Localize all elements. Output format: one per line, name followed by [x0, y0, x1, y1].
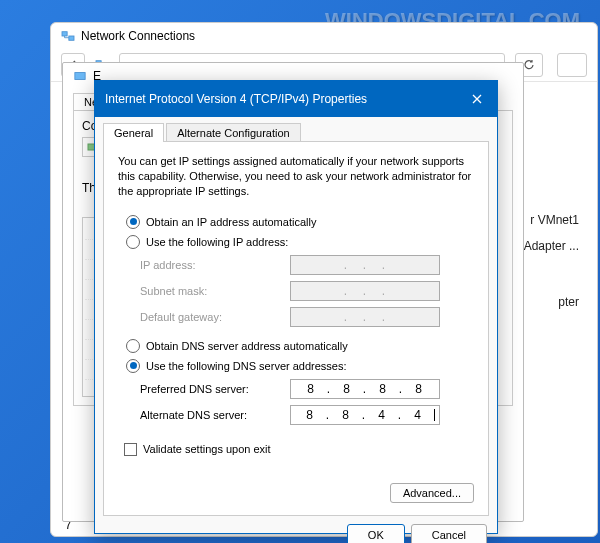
ipv4-properties-dialog: Internet Protocol Version 4 (TCP/IPv4) P… [94, 80, 498, 534]
bg-item-adapter: Adapter ... [524, 239, 579, 253]
info-text: You can get IP settings assigned automat… [118, 154, 474, 199]
bg-item-pter: pter [558, 295, 579, 309]
radio-icon [126, 235, 140, 249]
dialog-title: Internet Protocol Version 4 (TCP/IPv4) P… [105, 92, 367, 106]
window-title: Network Connections [81, 29, 195, 43]
radio-label: Obtain an IP address automatically [146, 216, 316, 228]
label-alternate-dns: Alternate DNS server: [140, 409, 290, 421]
label-ip-address: IP address: [140, 259, 290, 271]
network-icon [61, 30, 75, 42]
tab-body-general: You can get IP settings assigned automat… [103, 141, 489, 516]
radio-label: Use the following DNS server addresses: [146, 360, 347, 372]
radio-dns-auto[interactable]: Obtain DNS server address automatically [118, 339, 474, 353]
radio-label: Use the following IP address: [146, 236, 288, 248]
label-preferred-dns: Preferred DNS server: [140, 383, 290, 395]
input-preferred-dns[interactable]: 8. 8. 8. 8 [290, 379, 440, 399]
tab-alternate-configuration[interactable]: Alternate Configuration [166, 123, 301, 142]
dns-radio-group: Obtain DNS server address automatically … [118, 339, 474, 425]
checkbox-icon [124, 443, 137, 456]
dialog-titlebar: Internet Protocol Version 4 (TCP/IPv4) P… [95, 81, 497, 117]
input-default-gateway: . . . [290, 307, 440, 327]
radio-icon [126, 339, 140, 353]
radio-ip-auto[interactable]: Obtain an IP address automatically [118, 215, 474, 229]
svg-rect-4 [75, 73, 85, 80]
validate-label: Validate settings upon exit [143, 443, 271, 455]
tab-general[interactable]: General [103, 123, 164, 142]
ethernet-icon [73, 70, 87, 82]
label-subnet-mask: Subnet mask: [140, 285, 290, 297]
ip-radio-group: Obtain an IP address automatically Use t… [118, 215, 474, 327]
radio-icon [126, 215, 140, 229]
input-alternate-dns[interactable]: 8. 8. 4. 4 [290, 405, 440, 425]
dialog-tabs: General Alternate Configuration [95, 117, 497, 142]
window-title-bar: Network Connections [51, 23, 597, 49]
svg-rect-0 [62, 32, 67, 36]
ok-button[interactable]: OK [347, 524, 405, 543]
cancel-button[interactable]: Cancel [411, 524, 487, 543]
refresh-icon [522, 58, 536, 72]
validate-checkbox-row[interactable]: Validate settings upon exit [118, 443, 474, 456]
input-ip-address: . . . [290, 255, 440, 275]
radio-icon [126, 359, 140, 373]
dialog-buttons: OK Cancel [95, 524, 497, 543]
desktop-background: WINDOWSDIGITAL.COM Network Connections n… [0, 0, 600, 543]
search-box[interactable] [557, 53, 587, 77]
close-button[interactable] [467, 89, 487, 109]
close-icon [471, 93, 483, 105]
radio-dns-manual[interactable]: Use the following DNS server addresses: [118, 359, 474, 373]
radio-ip-manual[interactable]: Use the following IP address: [118, 235, 474, 249]
bg-item-vmnet1: r VMnet1 [530, 213, 579, 227]
radio-label: Obtain DNS server address automatically [146, 340, 348, 352]
advanced-button[interactable]: Advanced... [390, 483, 474, 503]
svg-rect-1 [69, 36, 74, 40]
input-subnet-mask: . . . [290, 281, 440, 301]
label-default-gateway: Default gateway: [140, 311, 290, 323]
